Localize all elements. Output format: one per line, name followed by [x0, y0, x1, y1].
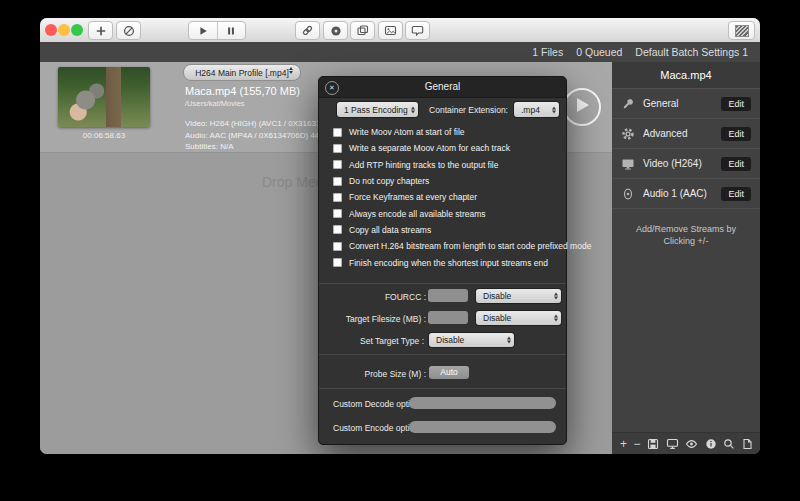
- fourcc-label: FOURCC :: [319, 292, 426, 302]
- stripes-icon: [735, 25, 749, 37]
- eye-icon: [685, 438, 698, 450]
- batch-settings-button[interactable]: [728, 21, 755, 40]
- fourcc-mode-dropdown[interactable]: Disable: [476, 289, 561, 303]
- checkbox[interactable]: [333, 128, 342, 137]
- container-extension-dropdown[interactable]: .mp4: [514, 102, 559, 117]
- duration-label: 00:06:58.63: [58, 131, 150, 140]
- checkbox[interactable]: [333, 209, 342, 218]
- set-target-type-dropdown[interactable]: Disable: [429, 333, 514, 347]
- log-window-button[interactable]: [405, 21, 430, 40]
- queued-count: 0 Queued: [576, 46, 622, 58]
- zoom-window-button[interactable]: [71, 24, 83, 36]
- fourcc-field[interactable]: [428, 289, 468, 302]
- edit-general-button[interactable]: Edit: [721, 97, 751, 111]
- play-preview-button[interactable]: [563, 88, 601, 126]
- sidebar-item-audio[interactable]: Audio 1 (AAC) Edit: [612, 179, 760, 209]
- checkbox[interactable]: [333, 225, 342, 234]
- checkbox[interactable]: [333, 177, 342, 186]
- cancel-button[interactable]: [116, 21, 141, 40]
- video-thumbnail: [58, 67, 150, 127]
- checkbox[interactable]: [333, 242, 342, 251]
- document-icon: [742, 438, 753, 450]
- checkbox-row[interactable]: Finish encoding when the shortest input …: [333, 254, 558, 270]
- checkbox-row[interactable]: Do not copy chapters: [333, 173, 558, 189]
- sidebar-item-label: General: [643, 98, 679, 109]
- display-icon: [621, 157, 635, 171]
- record-icon: [330, 25, 342, 37]
- checkbox-row[interactable]: Write Moov Atom at start of file: [333, 124, 558, 140]
- custom-encode-field[interactable]: [409, 421, 556, 433]
- settings-sidebar: Maca.mp4 General Edit Advanced Edit Vide…: [612, 62, 760, 454]
- fourcc-mode-value: Disable: [483, 291, 511, 301]
- checkbox-row[interactable]: Add RTP hinting tracks to the output fil…: [333, 157, 558, 173]
- plus-icon: [95, 25, 107, 37]
- set-target-type-value: Disable: [436, 335, 464, 345]
- streams-hint: Add/Remove Streams by Clicking +/-: [612, 224, 760, 247]
- divider: [319, 283, 566, 284]
- search-icon: [723, 438, 735, 450]
- sidebar-item-general[interactable]: General Edit: [612, 89, 760, 119]
- container-extension-value: .mp4: [521, 105, 540, 115]
- preview-image-button[interactable]: [378, 21, 403, 40]
- target-filesize-mode-value: Disable: [483, 313, 511, 323]
- preview-display-button[interactable]: [666, 438, 679, 450]
- chat-icon: [411, 24, 424, 37]
- sidebar-item-label: Audio 1 (AAC): [643, 188, 707, 199]
- sidebar-item-video[interactable]: Video (H264) Edit: [612, 149, 760, 179]
- custom-decode-field[interactable]: [409, 397, 556, 409]
- chevron-updown-icon: [554, 293, 558, 300]
- checkbox-row[interactable]: Always encode all available streams: [333, 205, 558, 221]
- join-files-button[interactable]: [295, 21, 320, 40]
- checkbox-row[interactable]: Write a separate Moov Atom for each trac…: [333, 140, 558, 156]
- start-encoding-button[interactable]: [189, 22, 217, 39]
- save-settings-button[interactable]: [647, 438, 659, 450]
- divider: [319, 354, 566, 355]
- sidebar-file-title: Maca.mp4: [612, 62, 760, 89]
- checkbox[interactable]: [333, 160, 342, 169]
- search-button[interactable]: [723, 438, 735, 450]
- target-filesize-label: Target Filesize (MB) :: [319, 314, 426, 324]
- edit-advanced-button[interactable]: Edit: [721, 127, 751, 141]
- edit-video-button[interactable]: Edit: [721, 157, 751, 171]
- info-icon: [705, 438, 717, 450]
- checkbox-row[interactable]: Copy all data streams: [333, 222, 558, 238]
- chevron-updown-icon: [411, 106, 415, 113]
- probe-size-auto-button[interactable]: Auto: [429, 366, 469, 379]
- checkbox[interactable]: [333, 144, 342, 153]
- toolbar: [40, 18, 760, 43]
- sidebar-item-advanced[interactable]: Advanced Edit: [612, 119, 760, 149]
- transport-segmented-control: [188, 21, 246, 40]
- edit-audio-button[interactable]: Edit: [721, 187, 751, 201]
- checkbox-row[interactable]: Force Keyframes at every chapter: [333, 189, 558, 205]
- checkbox[interactable]: [333, 193, 342, 202]
- checkbox-row[interactable]: Convert H.264 bitstream from length to s…: [333, 238, 558, 254]
- divider: [319, 388, 566, 389]
- checkbox[interactable]: [333, 258, 342, 267]
- add-file-button[interactable]: [88, 21, 113, 40]
- watch-button[interactable]: [685, 438, 698, 450]
- probe-size-label: Probe Size (M) :: [319, 369, 426, 379]
- add-stream-button[interactable]: +: [620, 439, 627, 449]
- block-icon: [123, 25, 135, 37]
- files-count: 1 Files: [532, 46, 563, 58]
- target-filesize-mode-dropdown[interactable]: Disable: [476, 311, 561, 325]
- general-settings-panel: ✕ General 1 Pass Encoding Container Exte…: [318, 76, 567, 445]
- save-icon: [647, 438, 659, 450]
- remove-stream-button[interactable]: −: [634, 439, 641, 449]
- batch-windows-button[interactable]: [350, 21, 375, 40]
- image-icon: [384, 24, 397, 37]
- chevron-updown-icon: [507, 337, 511, 344]
- sidebar-item-label: Advanced: [643, 128, 687, 139]
- close-window-button[interactable]: [45, 24, 57, 36]
- panel-titlebar: ✕ General: [319, 77, 566, 98]
- minimize-window-button[interactable]: [58, 24, 70, 36]
- preset-dropdown[interactable]: H264 Main Profile [.mp4]: [183, 64, 301, 81]
- target-filesize-field[interactable]: [428, 311, 468, 324]
- close-icon[interactable]: ✕: [325, 81, 339, 95]
- document-button[interactable]: [742, 438, 753, 450]
- info-button[interactable]: [705, 438, 717, 450]
- pause-encoding-button[interactable]: [217, 22, 246, 39]
- pass-encoding-dropdown[interactable]: 1 Pass Encoding: [337, 102, 418, 117]
- disc-button[interactable]: [323, 21, 348, 40]
- preset-dropdown-value: H264 Main Profile [.mp4]: [195, 68, 289, 78]
